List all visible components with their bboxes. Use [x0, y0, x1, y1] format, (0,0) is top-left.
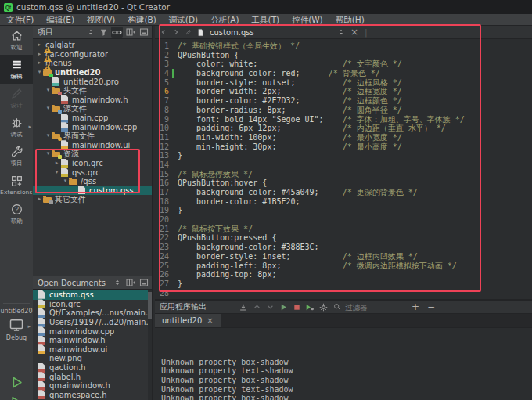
line-number: 27 [155, 279, 172, 289]
close-panel-icon[interactable] [138, 27, 149, 38]
run-action-button[interactable] [8, 393, 25, 400]
change-marker [172, 115, 174, 124]
menu-item[interactable]: 文件(F) [0, 14, 40, 26]
tree-row[interactable]: ▾ untitled20 [33, 68, 152, 77]
mode-item[interactable]: ? 帮助 ▸ [0, 200, 33, 229]
close-panel-icon[interactable] [138, 277, 149, 288]
menu-item[interactable]: 工具(T) [246, 14, 286, 26]
open-document-item[interactable]: mainwindow.h [33, 336, 152, 345]
open-document-item[interactable]: Users/19197/...d20/main.cpp [33, 318, 152, 327]
tree-expander-icon[interactable]: ▸ [36, 195, 43, 204]
change-marker [172, 188, 174, 197]
code-editor[interactable]: 1 /* 基础按钮样式（全局生效） */ 2 QPushButton { 3 c… [155, 40, 532, 301]
combo-arrows-icon[interactable] [84, 27, 96, 38]
mode-item[interactable]: Extensions ▸ [0, 171, 33, 200]
line-number: 19 [155, 206, 172, 215]
tree-expander-icon[interactable]: ▸ [53, 159, 60, 168]
mode-item[interactable]: 设计 ▸ [0, 84, 33, 113]
scrollbar-thumb[interactable] [148, 292, 152, 319]
tree-expander-icon[interactable]: ▾ [45, 104, 52, 113]
open-documents-scrollbar[interactable] [148, 290, 152, 400]
split-new-icon[interactable] [124, 277, 136, 288]
tree-expander-icon[interactable]: ▾ [45, 132, 52, 140]
mode-item[interactable]: 编辑 ▸ [0, 55, 33, 84]
file-ui-icon [37, 344, 46, 354]
gear-icon[interactable] [318, 302, 329, 312]
open-document-item[interactable]: qaction.h [33, 363, 152, 373]
open-document-item[interactable]: Qt/Examples/...nus/main.cpp [33, 308, 152, 318]
chevron-up-icon[interactable] [251, 302, 262, 312]
menu-item[interactable]: 调试(D) [163, 14, 204, 26]
tree-row[interactable]: untitled20.pro [33, 77, 152, 86]
tree-expander-icon[interactable]: ▾ [36, 68, 43, 77]
chevron-right-icon[interactable] [171, 27, 181, 38]
tree-row[interactable]: mainwindow.ui [33, 141, 152, 150]
tree-expander-icon[interactable]: ▾ [53, 168, 60, 177]
open-document-item[interactable]: icon.qrc [33, 300, 152, 309]
output-tab[interactable]: untitled20 × [155, 314, 221, 327]
tree-row[interactable]: ▸ 其它文件 [33, 195, 152, 204]
output-zoom-out-button[interactable]: − [423, 301, 439, 312]
open-document-item[interactable]: mainwindow.ui [33, 345, 152, 355]
output-filter-input[interactable] [343, 302, 409, 312]
menu-item[interactable]: 帮助(H) [329, 14, 371, 26]
open-document-item[interactable]: mainwindow.cpp [33, 326, 152, 336]
code-line: 24 border-style: inset; /* 边框内凹效果 */ [155, 252, 532, 261]
tree-row[interactable]: ▾ 头文件 [33, 86, 152, 95]
output-tab-close-icon[interactable]: × [207, 316, 213, 325]
menu-item[interactable]: 视图(V) [81, 14, 121, 26]
menu-item[interactable]: 编辑(E) [40, 14, 81, 26]
edit-icon [10, 58, 23, 71]
change-marker [172, 87, 174, 96]
code-line: 18 border-color: #1B5E20; [155, 197, 532, 207]
mode-item[interactable]: 项目 ▸ [0, 142, 33, 171]
code-comment: /* 字体：加粗、字号、字体族 */ [343, 115, 465, 124]
tree-row[interactable]: custom.qss [33, 186, 152, 196]
application-output-panel: 应用程序输出 + − untitled20 × Unknown property… [155, 299, 532, 400]
tree-expander-icon[interactable]: ▾ [45, 150, 52, 158]
menu-item[interactable]: 分析(A) [204, 14, 245, 26]
tree-row[interactable]: ▾ 源文件 [33, 104, 152, 114]
menu-item[interactable]: 控件(W) [286, 14, 329, 26]
file-cpp-icon [37, 318, 46, 327]
open-document-item[interactable]: qmainwindow.h [33, 381, 152, 391]
play-bug-icon[interactable] [304, 302, 315, 312]
code-line: 23 background-color: #388E3C; [155, 243, 532, 252]
output-zoom-in-button[interactable]: + [408, 301, 423, 312]
combo-arrows-icon[interactable] [336, 27, 346, 38]
code-text: background-color: #45a049; [178, 188, 343, 197]
tree-row[interactable]: ▸ calqlatr [33, 41, 152, 50]
editor-close-button[interactable]: × [348, 27, 361, 38]
open-document-item[interactable]: custom.qss [33, 290, 152, 300]
combo-arrows-icon[interactable] [111, 277, 123, 288]
pin-icon[interactable] [183, 27, 193, 38]
filter-icon[interactable] [98, 27, 110, 38]
line-number: 3 [155, 59, 172, 69]
open-document-item[interactable]: qlabel.h [33, 372, 152, 381]
tree-expander-icon[interactable]: ▾ [62, 177, 69, 186]
editor-filename-dropdown[interactable]: custom.qss [210, 28, 333, 37]
tree-row-label: mainwindow.ui [72, 141, 130, 150]
tree-row[interactable]: ▾ qss.qrc [33, 168, 152, 177]
open-document-item[interactable]: new.png [33, 354, 152, 363]
tree-row[interactable]: ▾ 界面文件 [33, 132, 152, 141]
menu-item[interactable]: 构建(B) [121, 14, 162, 26]
tree-expander-icon[interactable]: ▾ [45, 86, 52, 95]
tree-row[interactable]: ▸ icon.qrc [33, 159, 152, 168]
code-text: padding-top: 8px; [178, 270, 276, 279]
attach-icon[interactable] [238, 302, 249, 312]
split-new-icon[interactable] [124, 27, 136, 38]
tree-row[interactable]: ▾ 资源 [33, 150, 152, 159]
mode-item[interactable]: 调试 ▸ [0, 113, 33, 142]
run-action-button[interactable] [8, 373, 25, 391]
chevron-down-icon[interactable] [264, 302, 275, 312]
stop-icon[interactable] [291, 302, 302, 312]
tree-row[interactable]: mainwindow.h [33, 95, 152, 105]
play-icon[interactable] [278, 302, 289, 312]
open-document-item[interactable]: qnamespace.h [33, 391, 152, 400]
tree-row[interactable]: main.cpp [33, 114, 152, 123]
tree-row[interactable]: ▾ /qss [33, 177, 152, 186]
link-icon[interactable] [111, 27, 123, 38]
chevron-left-icon[interactable] [158, 27, 168, 38]
mode-item[interactable]: 欢迎 ▸ [0, 26, 33, 55]
